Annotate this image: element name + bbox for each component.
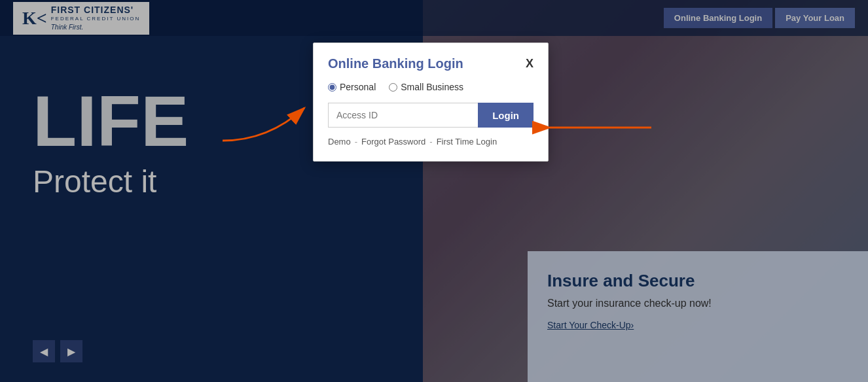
small-business-radio-option[interactable]: Small Business	[389, 82, 463, 92]
modal-header: Online Banking Login X	[328, 56, 533, 71]
modal-footer-links: Demo - Forgot Password - First Time Logi…	[328, 137, 533, 147]
modal-close-button[interactable]: X	[526, 57, 533, 71]
personal-radio-label: Personal	[340, 82, 376, 92]
access-id-input[interactable]	[328, 103, 478, 128]
account-type-selector: Personal Small Business	[328, 82, 533, 92]
separator-1: -	[355, 137, 357, 147]
forgot-password-link[interactable]: Forgot Password	[361, 137, 425, 147]
personal-radio-option[interactable]: Personal	[328, 82, 376, 92]
small-business-radio-label: Small Business	[401, 82, 463, 92]
login-button[interactable]: Login	[478, 103, 533, 128]
modal-title: Online Banking Login	[328, 56, 463, 71]
first-time-login-link[interactable]: First Time Login	[437, 137, 497, 147]
login-input-row: Login	[328, 103, 533, 128]
demo-link[interactable]: Demo	[328, 137, 351, 147]
login-modal: Online Banking Login X Personal Small Bu…	[313, 43, 549, 162]
personal-radio-input[interactable]	[328, 83, 336, 92]
separator-2: -	[429, 137, 432, 147]
small-business-radio-input[interactable]	[389, 83, 397, 92]
